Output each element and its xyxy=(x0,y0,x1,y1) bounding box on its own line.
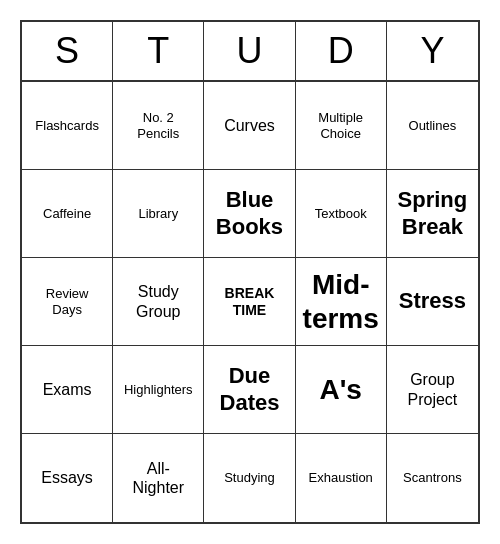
header-letter-s: S xyxy=(22,22,113,80)
bingo-cell-22: Studying xyxy=(204,434,295,522)
cell-text-17: DueDates xyxy=(220,363,280,416)
bingo-cell-1: No. 2Pencils xyxy=(113,82,204,170)
cell-text-22: Studying xyxy=(224,470,275,486)
header-letter-d: D xyxy=(296,22,387,80)
cell-text-8: Textbook xyxy=(315,206,367,222)
cell-text-24: Scantrons xyxy=(403,470,462,486)
bingo-cell-3: MultipleChoice xyxy=(296,82,387,170)
bingo-cell-8: Textbook xyxy=(296,170,387,258)
bingo-cell-11: StudyGroup xyxy=(113,258,204,346)
bingo-cell-13: Mid-terms xyxy=(296,258,387,346)
cell-text-5: Caffeine xyxy=(43,206,91,222)
bingo-cell-23: Exhaustion xyxy=(296,434,387,522)
cell-text-21: All-Nighter xyxy=(133,459,185,497)
cell-text-16: Highlighters xyxy=(124,382,193,398)
bingo-cell-15: Exams xyxy=(22,346,113,434)
header-row: STUDY xyxy=(22,22,478,82)
header-letter-y: Y xyxy=(387,22,478,80)
bingo-cell-7: BlueBooks xyxy=(204,170,295,258)
cell-text-6: Library xyxy=(138,206,178,222)
bingo-cell-20: Essays xyxy=(22,434,113,522)
cell-text-7: BlueBooks xyxy=(216,187,283,240)
header-letter-t: T xyxy=(113,22,204,80)
bingo-cell-10: ReviewDays xyxy=(22,258,113,346)
cell-text-10: ReviewDays xyxy=(46,286,89,317)
cell-text-19: GroupProject xyxy=(407,370,457,408)
bingo-cell-0: Flashcards xyxy=(22,82,113,170)
cell-text-11: StudyGroup xyxy=(136,282,180,320)
cell-text-4: Outlines xyxy=(409,118,457,134)
cell-text-14: Stress xyxy=(399,288,466,314)
cell-text-1: No. 2Pencils xyxy=(137,110,179,141)
bingo-grid: FlashcardsNo. 2PencilsCurvesMultipleChoi… xyxy=(22,82,478,522)
cell-text-12: BREAKTIME xyxy=(225,285,275,319)
bingo-cell-2: Curves xyxy=(204,82,295,170)
bingo-cell-14: Stress xyxy=(387,258,478,346)
bingo-cell-21: All-Nighter xyxy=(113,434,204,522)
cell-text-15: Exams xyxy=(43,380,92,399)
cell-text-0: Flashcards xyxy=(35,118,99,134)
header-letter-u: U xyxy=(204,22,295,80)
cell-text-18: A's xyxy=(319,373,361,407)
bingo-cell-6: Library xyxy=(113,170,204,258)
bingo-card: STUDY FlashcardsNo. 2PencilsCurvesMultip… xyxy=(20,20,480,524)
bingo-cell-16: Highlighters xyxy=(113,346,204,434)
cell-text-23: Exhaustion xyxy=(309,470,373,486)
cell-text-20: Essays xyxy=(41,468,93,487)
cell-text-9: SpringBreak xyxy=(398,187,468,240)
bingo-cell-5: Caffeine xyxy=(22,170,113,258)
bingo-cell-17: DueDates xyxy=(204,346,295,434)
cell-text-3: MultipleChoice xyxy=(318,110,363,141)
bingo-cell-19: GroupProject xyxy=(387,346,478,434)
bingo-cell-12: BREAKTIME xyxy=(204,258,295,346)
bingo-cell-24: Scantrons xyxy=(387,434,478,522)
bingo-cell-4: Outlines xyxy=(387,82,478,170)
cell-text-2: Curves xyxy=(224,116,275,135)
bingo-cell-9: SpringBreak xyxy=(387,170,478,258)
bingo-cell-18: A's xyxy=(296,346,387,434)
cell-text-13: Mid-terms xyxy=(303,268,379,335)
